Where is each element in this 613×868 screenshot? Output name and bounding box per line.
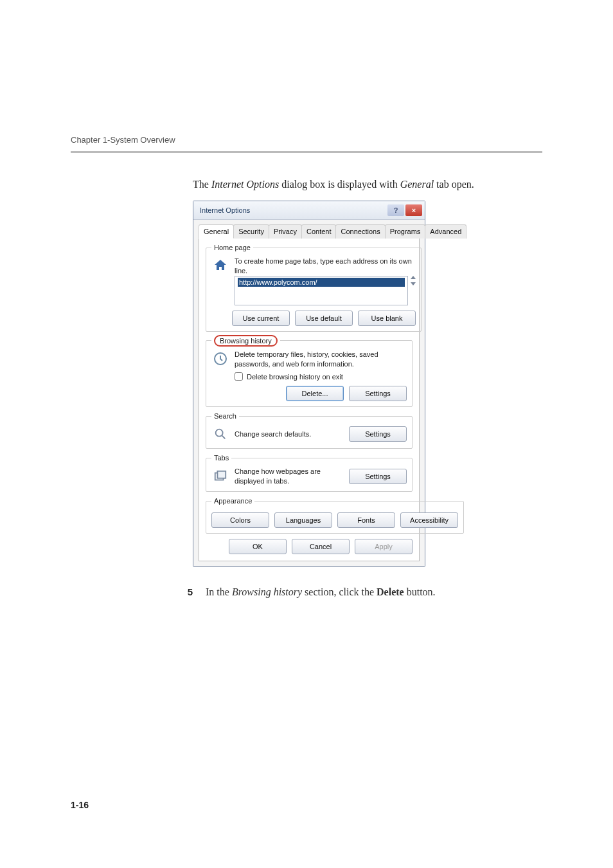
- tabstrip: General Security Privacy Content Connect…: [199, 224, 420, 239]
- home-page-group: Home page To create home page tabs, type…: [206, 244, 422, 332]
- svg-rect-4: [217, 471, 226, 478]
- cancel-button[interactable]: Cancel: [292, 539, 350, 554]
- fonts-button[interactable]: Fonts: [337, 512, 395, 528]
- home-icon: [211, 257, 229, 275]
- tab-content[interactable]: Content: [301, 224, 337, 239]
- delete-button[interactable]: Delete...: [286, 386, 344, 401]
- home-url-field[interactable]: http://www.polycom.com/: [235, 276, 408, 305]
- browsing-history-legend: Browsing history: [211, 337, 280, 345]
- dialog-title: Internet Options: [200, 206, 250, 214]
- tabs-icon: [211, 467, 229, 485]
- header-rule: [71, 151, 542, 153]
- help-button[interactable]: ?: [387, 204, 404, 216]
- history-desc: Delete temporary files, history, cookies…: [235, 350, 407, 369]
- close-button[interactable]: ×: [405, 204, 422, 216]
- page-number: 1-16: [71, 800, 89, 810]
- colors-button[interactable]: Colors: [211, 512, 269, 528]
- search-legend: Search: [211, 412, 239, 420]
- spin-down-icon[interactable]: [411, 282, 416, 285]
- home-page-legend: Home page: [211, 244, 253, 251]
- use-default-button[interactable]: Use default: [295, 311, 353, 326]
- search-settings-button[interactable]: Settings: [349, 426, 407, 442]
- delete-on-exit-checkbox[interactable]: Delete browsing history on exit: [235, 372, 407, 381]
- tab-advanced[interactable]: Advanced: [425, 224, 466, 239]
- tab-panel: Home page To create home page tabs, type…: [199, 239, 420, 561]
- tab-connections[interactable]: Connections: [335, 224, 385, 239]
- ok-button[interactable]: OK: [229, 539, 287, 554]
- tab-programs[interactable]: Programs: [385, 224, 426, 239]
- use-current-button[interactable]: Use current: [232, 311, 290, 326]
- search-group: Search Change search defaults. Settings: [206, 412, 413, 449]
- internet-options-dialog: Internet Options ? × General Security Pr…: [193, 201, 425, 567]
- intro-text: The Internet Options dialog box is displ…: [193, 179, 542, 190]
- apply-button[interactable]: Apply: [355, 539, 413, 554]
- home-spinner[interactable]: [411, 276, 416, 285]
- search-icon: [211, 425, 229, 443]
- appearance-legend: Appearance: [211, 497, 254, 505]
- home-desc: To create home page tabs, type each addr…: [235, 257, 416, 276]
- step-text: In the Browsing history section, click t…: [206, 586, 436, 598]
- browsing-history-group: Browsing history Delete temporary files,…: [206, 337, 413, 408]
- tab-general[interactable]: General: [199, 224, 234, 239]
- step-5: 5 In the Browsing history section, click…: [180, 586, 542, 598]
- tabs-settings-button[interactable]: Settings: [349, 469, 407, 484]
- accessibility-button[interactable]: Accessibility: [400, 512, 458, 528]
- svg-point-1: [216, 429, 223, 437]
- chapter-header: Chapter 1-System Overview: [71, 0, 542, 151]
- step-number: 5: [180, 586, 193, 597]
- history-icon: [211, 350, 229, 368]
- appearance-group: Appearance Colors Languages Fonts Access…: [206, 497, 464, 534]
- history-settings-button[interactable]: Settings: [349, 386, 407, 401]
- spin-up-icon[interactable]: [411, 276, 416, 279]
- languages-button[interactable]: Languages: [274, 512, 332, 528]
- svg-line-2: [222, 436, 226, 439]
- tab-privacy[interactable]: Privacy: [269, 224, 302, 239]
- dialog-footer: OK Cancel Apply: [206, 539, 413, 554]
- titlebar: Internet Options ? ×: [193, 201, 425, 220]
- tabs-group: Tabs Change how webpages are displayed i…: [206, 454, 413, 492]
- search-desc: Change search defaults.: [235, 429, 344, 439]
- use-blank-button[interactable]: Use blank: [358, 311, 416, 326]
- delete-on-exit-input[interactable]: [235, 372, 243, 381]
- tabs-desc: Change how webpages are displayed in tab…: [235, 467, 344, 486]
- tabs-legend: Tabs: [211, 454, 231, 462]
- tab-security[interactable]: Security: [233, 224, 269, 239]
